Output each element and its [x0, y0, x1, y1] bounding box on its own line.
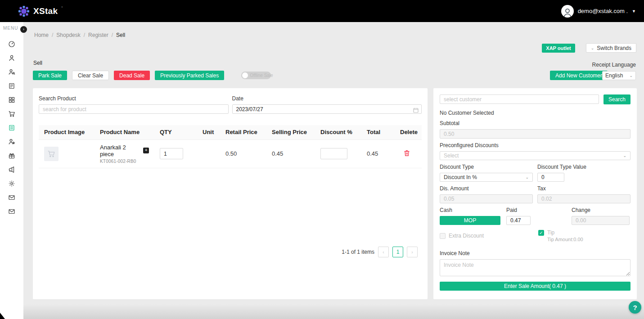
- sidebar-item-messages[interactable]: [8, 194, 15, 201]
- sidebar-item-gifts[interactable]: [8, 152, 15, 159]
- user-roles-icon: [8, 68, 15, 76]
- tip-amount: Tip Amount:0.00: [547, 237, 583, 242]
- payment-row: Cash MOP Paid Change: [440, 207, 630, 225]
- tip-checkbox[interactable]: ✓: [538, 230, 544, 236]
- calendar-icon[interactable]: [413, 107, 419, 112]
- bottom-gradient: [23, 304, 644, 319]
- subtotal-field: Subtotal: [440, 120, 630, 139]
- help-button[interactable]: ?: [629, 301, 641, 314]
- sidebar-item-loyalty[interactable]: [8, 138, 15, 145]
- discount-type-value-input[interactable]: [537, 173, 564, 182]
- park-sale-button[interactable]: Park Sale: [33, 71, 67, 80]
- breadcrumb-home[interactable]: Home: [34, 32, 49, 38]
- discount-type-value: Discount In %: [444, 174, 477, 180]
- checkout-panel: Search No Customer Selected Subtotal Pre…: [433, 88, 637, 299]
- receipt-language-select[interactable]: English ⌄: [602, 71, 636, 80]
- discount-input[interactable]: [320, 148, 347, 159]
- offline-sale-toggle[interactable]: Offline Sale: [241, 72, 271, 79]
- delete-trash-icon[interactable]: [404, 151, 410, 158]
- tax-input: [537, 194, 630, 203]
- dis-amount-input: [440, 194, 533, 203]
- megaphone-icon: [8, 166, 15, 173]
- breadcrumb-separator: /: [84, 32, 85, 38]
- top-bar: XStak ° demo@xstak.com . ▼: [0, 0, 644, 22]
- sidebar-item-shopdesk[interactable]: [8, 124, 15, 131]
- discount-type-label: Discount Type: [440, 164, 533, 170]
- search-product-field: Search Product: [39, 95, 229, 114]
- paid-input[interactable]: [506, 216, 531, 225]
- person-icon: [562, 7, 573, 18]
- extra-discount-checkbox[interactable]: [440, 233, 446, 239]
- sidebar-item-user-roles[interactable]: [8, 68, 15, 76]
- sidebar-item-apps[interactable]: [8, 96, 15, 103]
- cash-label: Cash: [440, 207, 506, 213]
- product-search-row: Search Product Date: [39, 95, 422, 114]
- sidebar-item-settings[interactable]: [8, 180, 15, 187]
- user-menu[interactable]: demo@xstak.com . ▼: [561, 5, 636, 18]
- products-table: Product Image Product Name QTY Unit Reta…: [39, 125, 422, 168]
- sidebar-item-dashboard[interactable]: [8, 40, 15, 48]
- enter-sale-amount-button[interactable]: Enter Sale Amount( 0.47 ): [440, 282, 630, 291]
- breadcrumb-shopdesk[interactable]: Shopdesk: [56, 32, 80, 38]
- customer-search-row: Search: [440, 94, 630, 104]
- mop-button[interactable]: MOP: [440, 216, 500, 225]
- dead-sale-button[interactable]: Dead Sale: [114, 71, 150, 80]
- pagination-page-1[interactable]: 1: [392, 247, 403, 257]
- brand-logo[interactable]: XStak °: [18, 5, 63, 17]
- mail-icon: [8, 194, 15, 201]
- checkbox-row: Extra Discount ✓ Tip Tip Amount:0.00: [440, 229, 630, 242]
- breadcrumb-current: Sell: [116, 32, 125, 38]
- receipt-language-label: Receipt Language: [592, 62, 636, 68]
- sidebar-item-register[interactable]: [8, 82, 15, 90]
- search-product-input[interactable]: [39, 104, 229, 114]
- customer-search-button[interactable]: Search: [603, 94, 630, 104]
- change-label: Change: [572, 207, 630, 213]
- select-customer-input[interactable]: [440, 94, 599, 104]
- xstak-logo-icon: [18, 5, 30, 17]
- qty-input[interactable]: [160, 148, 183, 159]
- col-qty: QTY: [154, 125, 197, 139]
- table-header-row: Product Image Product Name QTY Unit Reta…: [39, 125, 422, 139]
- gift-icon: [8, 152, 15, 159]
- invoice-note-label: Invoice Note: [440, 250, 630, 256]
- clear-sale-button[interactable]: Clear Sale: [72, 71, 109, 80]
- col-product-image: Product Image: [39, 125, 95, 139]
- discount-type-select[interactable]: Discount In % ⌄: [440, 173, 533, 182]
- pagination-next-button[interactable]: ›: [407, 247, 418, 257]
- corner-wedge: [0, 313, 5, 319]
- page-title: Sell: [33, 60, 42, 66]
- product-name: Anarkali 2 piece: [100, 144, 141, 157]
- chevron-down-icon: ▼: [632, 9, 636, 13]
- pagination-prev-button[interactable]: ‹: [378, 247, 389, 257]
- toggle-knob: [242, 72, 248, 78]
- product-sku: KT0061-002-RB0: [100, 159, 149, 164]
- outlet-row: XAP outlet ⌄ Switch Brands: [542, 43, 636, 53]
- pagination: 1-1 of 1 items ‹ 1 ›: [342, 247, 418, 257]
- sidebar-collapse-button[interactable]: ›: [20, 26, 27, 33]
- invoice-note-textarea[interactable]: [440, 259, 630, 276]
- sidebar-item-sales[interactable]: [8, 110, 15, 117]
- customer-icon: [8, 54, 15, 62]
- col-selling-price: Selling Price: [266, 125, 315, 139]
- breadcrumb-register[interactable]: Register: [88, 32, 108, 38]
- col-retail-price: Retail Price: [220, 125, 266, 139]
- switch-brands-button[interactable]: ⌄ Switch Brands: [586, 43, 636, 53]
- selling-price-value: 0.45: [272, 150, 283, 157]
- sidebar-item-email[interactable]: [8, 208, 15, 215]
- expand-plus-icon[interactable]: +: [143, 148, 149, 153]
- total-value: 0.45: [367, 150, 378, 157]
- date-field: Date: [232, 95, 422, 114]
- add-new-customer-button[interactable]: Add New Customer: [550, 71, 608, 80]
- date-input[interactable]: [232, 104, 422, 114]
- previously-parked-sales-button[interactable]: Previously Parked Sales: [155, 71, 224, 80]
- loyalty-icon: [8, 138, 15, 145]
- col-unit: Unit: [197, 125, 220, 139]
- amount-tax-row: Dis. Amount Tax: [440, 185, 630, 203]
- table-row: Anarkali 2 piece + KT0061-002-RB0 0.50 0…: [39, 139, 422, 168]
- preconfigured-discounts-select[interactable]: Select ⌄: [440, 151, 630, 160]
- sidebar-item-promotions[interactable]: [8, 166, 15, 173]
- sidebar-item-customers[interactable]: [8, 54, 15, 62]
- select-placeholder: Select: [444, 153, 459, 159]
- col-product-name: Product Name: [95, 125, 154, 139]
- paid-label: Paid: [506, 207, 572, 213]
